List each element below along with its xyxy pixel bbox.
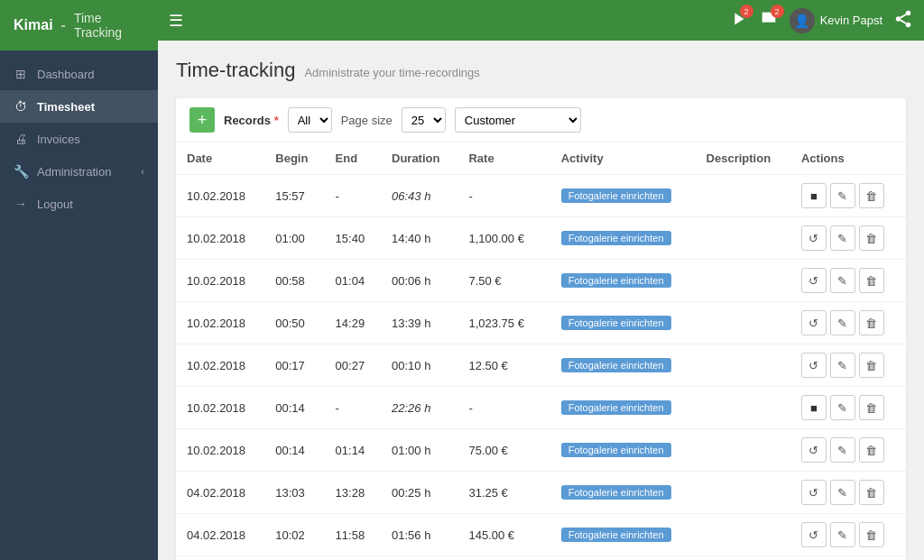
cell-rate: 7.50 € [457,260,550,302]
stop-button[interactable]: ■ [801,395,827,420]
cell-description [696,514,790,556]
sidebar-item-label: Dashboard [37,68,95,81]
cell-description [696,387,790,429]
restart-button[interactable]: ↺ [801,480,827,505]
activity-badge: Fotogalerie einrichten [561,358,671,372]
sidebar-item-invoices[interactable]: 🖨 Invoices [0,123,158,155]
delete-button[interactable]: 🗑 [859,268,884,293]
cell-begin: 21:22 [264,556,324,561]
sidebar-item-administration[interactable]: 🔧 Administration ‹ [0,155,158,188]
delete-button[interactable]: 🗑 [859,522,884,547]
cell-end: 01:04 [325,260,381,302]
page-subtitle: Administrate your time-recordings [304,66,479,79]
edit-button[interactable]: ✎ [830,522,855,547]
cell-begin: 13:03 [264,472,324,514]
sidebar-nav: ⊞ Dashboard ⏱ Timesheet 🖨 Invoices 🔧 Adm… [0,50,158,560]
cell-activity: Fotogalerie einrichten [550,429,696,472]
delete-button[interactable]: 🗑 [859,480,884,505]
cell-activity: Fotogalerie einrichten [550,556,696,561]
cell-rate: 75.00 € [457,429,550,472]
cell-duration: 22:26 h [381,387,457,429]
messages-badge: 2 [771,5,784,18]
restart-button[interactable]: ↺ [801,437,827,463]
restart-button[interactable]: ↺ [801,353,827,378]
cell-description [696,302,790,344]
cell-actions: ↺ ✎ 🗑 [790,514,906,556]
edit-button[interactable]: ✎ [830,395,855,420]
hamburger-icon[interactable]: ☰ [169,11,183,31]
cell-begin: 01:00 [264,217,324,260]
cell-end: 15:40 [325,217,381,260]
add-record-button[interactable]: + [189,107,215,133]
timesheet-table: Date Begin End Duration Rate Activity De… [176,142,906,560]
cell-date: 04.02.2018 [176,472,264,514]
records-select[interactable]: All [288,107,332,133]
svg-point-2 [906,23,911,27]
col-rate: Rate [457,142,550,175]
timesheet-icon: ⏱ [14,99,28,114]
invoices-icon: 🖨 [14,132,28,146]
logout-icon: → [14,197,28,211]
cell-date: 04.02.2018 [176,514,264,556]
activity-badge: Fotogalerie einrichten [561,188,671,203]
col-date: Date [176,142,264,175]
sidebar-item-logout[interactable]: → Logout [0,188,158,220]
cell-activity: Fotogalerie einrichten [550,302,696,344]
stop-button[interactable]: ■ [801,183,827,208]
edit-button[interactable]: ✎ [830,268,855,293]
delete-button[interactable]: 🗑 [859,225,884,251]
sidebar-item-label: Logout [37,197,73,211]
cell-description [696,175,790,217]
delete-button[interactable]: 🗑 [859,353,884,378]
topbar: ☰ 2 2 👤 Kevin Papst [158,0,924,41]
app-name: Kimai [14,17,53,33]
play-notification-icon[interactable]: 2 [728,9,748,32]
cell-end: 00:27 [325,344,381,387]
restart-button[interactable]: ↺ [801,310,827,335]
cell-begin: 00:50 [264,302,324,344]
share-icon[interactable] [893,9,913,32]
sidebar-item-dashboard[interactable]: ⊞ Dashboard [0,58,158,90]
page-content: Time-tracking Administrate your time-rec… [158,41,924,560]
edit-button[interactable]: ✎ [830,353,855,378]
svg-point-1 [896,16,901,22]
col-end: End [325,142,381,175]
cell-date: 10.02.2018 [176,302,264,344]
cell-description [696,344,790,387]
cell-duration: 00:06 h [381,260,457,302]
sidebar: Kimai - Time Tracking ⊞ Dashboard ⏱ Time… [0,0,158,560]
cell-activity: Fotogalerie einrichten [550,344,696,387]
edit-button[interactable]: ✎ [830,225,855,251]
cell-rate: - [457,175,550,217]
delete-button[interactable]: 🗑 [859,310,884,335]
restart-button[interactable]: ↺ [801,522,827,547]
cell-description [696,217,790,260]
cell-activity: Fotogalerie einrichten [550,175,696,217]
cell-rate: 1,100.00 € [457,217,550,260]
restart-button[interactable]: ↺ [801,268,827,293]
col-description: Description [696,142,790,175]
customer-select[interactable]: Customer [455,107,581,133]
records-label: Records * [224,114,279,127]
cell-actions: ↺ ✎ 🗑 [790,344,906,387]
edit-button[interactable]: ✎ [830,310,855,335]
cell-actions: ■ ✎ 🗑 [790,175,906,217]
edit-button[interactable]: ✎ [830,480,855,505]
cell-end: 11:58 [325,514,381,556]
edit-button[interactable]: ✎ [830,183,855,208]
page-size-select[interactable]: 25 [402,107,446,133]
edit-button[interactable]: ✎ [830,437,855,463]
restart-button[interactable]: ↺ [801,225,827,251]
delete-button[interactable]: 🗑 [859,183,884,208]
delete-button[interactable]: 🗑 [859,437,884,463]
svg-line-3 [901,20,906,23]
table-row: 10.02.2018 01:00 15:40 14:40 h 1,100.00 … [176,217,906,260]
cell-date: 10.02.2018 [176,344,264,387]
cell-activity: Fotogalerie einrichten [550,217,696,260]
user-menu[interactable]: 👤 Kevin Papst [790,8,882,33]
play-badge: 2 [740,5,753,18]
sidebar-item-timesheet[interactable]: ⏱ Timesheet [0,90,158,123]
delete-button[interactable]: 🗑 [859,395,884,420]
table-row: 10.02.2018 00:58 01:04 00:06 h 7.50 € Fo… [176,260,906,302]
messages-icon[interactable]: 2 [759,9,779,32]
